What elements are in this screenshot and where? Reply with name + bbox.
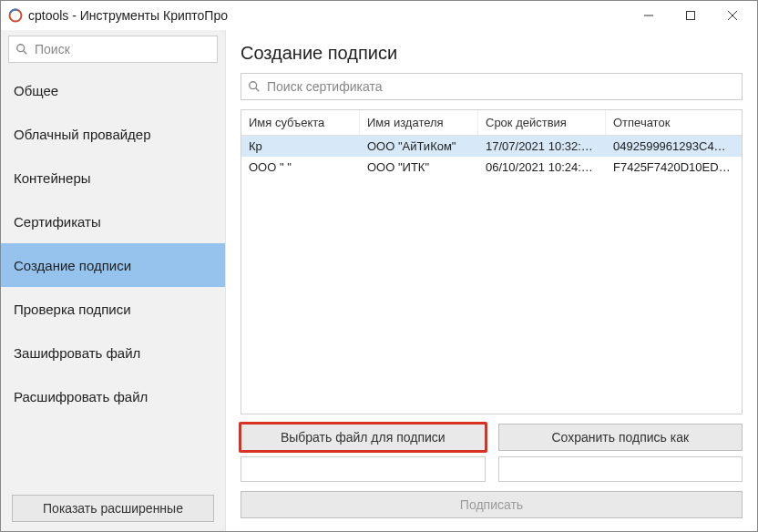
sidebar-item[interactable]: Общее xyxy=(1,68,225,112)
cell-thumbprint: 0492599961293C4… xyxy=(606,136,742,157)
search-icon xyxy=(247,79,261,94)
sign-button[interactable]: Подписать xyxy=(241,491,743,518)
cert-table: Имя субъекта Имя издателя Срок действия … xyxy=(241,109,743,414)
choose-file-button[interactable]: Выбрать файл для подписи xyxy=(241,424,486,451)
sidebar-item[interactable]: Облачный провайдер xyxy=(1,112,225,156)
save-signature-path[interactable] xyxy=(498,456,743,482)
cell-issuer: ООО "АйТиКом" xyxy=(360,136,478,157)
app-window: cptools - Инструменты КриптоПро ОбщееОбл… xyxy=(0,0,758,532)
sidebar-item[interactable]: Сертификаты xyxy=(1,200,225,243)
svg-line-5 xyxy=(728,11,737,20)
content: ОбщееОблачный провайдерКонтейнерыСертифи… xyxy=(1,30,757,531)
sidebar-item[interactable]: Зашифровать файл xyxy=(1,331,225,374)
svg-rect-3 xyxy=(687,12,695,20)
cell-subject: Кр xyxy=(241,136,360,157)
maximize-button[interactable] xyxy=(670,1,712,30)
window-title: cptools - Инструменты КриптоПро xyxy=(28,8,228,23)
cell-issuer: ООО "ИТК" xyxy=(360,157,478,178)
search-icon xyxy=(15,42,29,56)
main-panel: Создание подписи Имя субъекта Имя издате… xyxy=(226,30,757,531)
cell-expiry: 17/07/2021 10:32:… xyxy=(478,136,606,157)
svg-line-9 xyxy=(256,88,260,92)
cell-subject: ООО " " xyxy=(241,157,360,178)
sidebar-item[interactable]: Проверка подписи xyxy=(1,287,225,331)
minimize-button[interactable] xyxy=(628,1,670,30)
col-thumbprint[interactable]: Отпечаток xyxy=(606,110,742,135)
sidebar: ОбщееОблачный провайдерКонтейнерыСертифи… xyxy=(1,30,226,531)
save-signature-as-button[interactable]: Сохранить подпись как xyxy=(498,424,743,451)
cell-thumbprint: F7425F7420D10ED… xyxy=(606,157,742,178)
show-advanced-button[interactable]: Показать расширенные xyxy=(12,495,214,522)
col-expiry[interactable]: Срок действия xyxy=(478,110,606,135)
svg-line-4 xyxy=(728,11,737,20)
sidebar-search[interactable] xyxy=(8,36,218,63)
sidebar-item[interactable]: Контейнеры xyxy=(1,156,225,200)
page-title: Создание подписи xyxy=(241,43,743,64)
choose-file-path[interactable] xyxy=(241,456,486,482)
table-body: КрООО "АйТиКом"17/07/2021 10:32:…0492599… xyxy=(241,136,742,414)
titlebar: cptools - Инструменты КриптоПро xyxy=(1,1,757,30)
app-logo-icon xyxy=(8,8,23,23)
svg-point-8 xyxy=(250,82,257,89)
svg-line-7 xyxy=(24,51,27,55)
cell-expiry: 06/10/2021 10:24:… xyxy=(478,157,606,178)
close-button[interactable] xyxy=(712,1,753,30)
sidebar-search-input[interactable] xyxy=(33,41,211,57)
sidebar-item[interactable]: Создание подписи xyxy=(1,243,225,287)
cert-search-input[interactable] xyxy=(265,78,736,95)
table-row[interactable]: ООО " "ООО "ИТК"06/10/2021 10:24:…F7425F… xyxy=(241,157,742,178)
cert-search[interactable] xyxy=(241,73,743,100)
col-subject[interactable]: Имя субъекта xyxy=(241,110,360,135)
sidebar-nav: ОбщееОблачный провайдерКонтейнерыСертифи… xyxy=(1,68,225,486)
col-issuer[interactable]: Имя издателя xyxy=(360,110,478,135)
table-header: Имя субъекта Имя издателя Срок действия … xyxy=(241,110,742,136)
sidebar-item[interactable]: Расшифровать файл xyxy=(1,374,225,418)
table-row[interactable]: КрООО "АйТиКом"17/07/2021 10:32:…0492599… xyxy=(241,136,742,157)
svg-point-6 xyxy=(17,45,25,52)
